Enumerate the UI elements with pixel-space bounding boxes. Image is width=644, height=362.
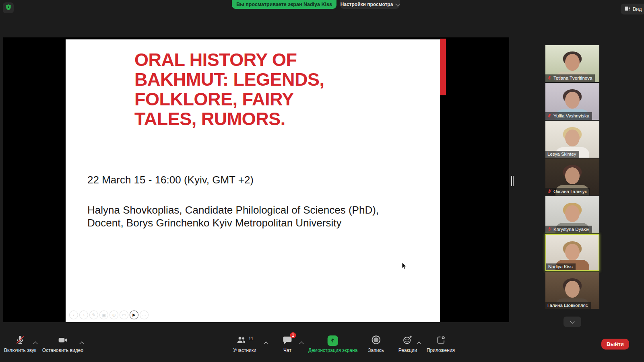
shield-lock-icon xyxy=(5,4,12,12)
reactions-options-chevron[interactable] xyxy=(417,340,421,347)
camera-icon xyxy=(57,335,68,347)
chat-button[interactable]: 1 Чат xyxy=(283,335,293,353)
presentation-slide: ORAL HISTORY OF BAKHMUT: LEGENDS, FOLKLO… xyxy=(66,39,440,322)
zoom-slide-icon[interactable]: ⊕ xyxy=(109,311,118,319)
mic-muted-icon xyxy=(547,189,552,194)
participant-name-label: Lesya Skintey xyxy=(545,151,579,158)
screen-viewing-banner: Вы просматриваете экран Nadiya Kiss xyxy=(232,0,336,9)
pen-tool-icon[interactable]: ✎ xyxy=(89,311,98,319)
participant-name-label: Галина Шовкопляс xyxy=(545,302,591,309)
participant-name: Lesya Skintey xyxy=(547,152,576,156)
smiley-plus-icon xyxy=(402,335,413,347)
view-settings-dropdown[interactable]: Настройки просмотра xyxy=(340,0,400,9)
record-icon xyxy=(371,335,381,347)
layout-grid-icon xyxy=(624,6,630,13)
slide-red-accent-bar xyxy=(440,39,446,95)
participants-panel: Tetiana Tveritinova Yuliia Vyshnytska xyxy=(545,45,599,309)
participants-scroll-down-button[interactable] xyxy=(564,317,581,327)
slide-speaker-text: Halyna Shovkoplias, Candidate Philologic… xyxy=(87,204,379,229)
mic-muted-icon xyxy=(547,75,552,81)
next-slide-icon[interactable]: › xyxy=(79,311,88,319)
participants-count: 11 xyxy=(248,336,253,341)
participant-tile[interactable]: Yuliia Vyshnytska xyxy=(545,83,599,120)
view-layout-button[interactable]: Вид xyxy=(621,4,644,14)
presenter-controls-toolbar: ‹›✎▣⊕▭▶⋯ xyxy=(69,311,149,319)
view-settings-label: Настройки просмотра xyxy=(341,2,393,7)
all-slides-icon[interactable]: ▣ xyxy=(99,311,108,319)
apps-icon xyxy=(436,335,446,347)
shared-screen-area: ORAL HISTORY OF BAKHMUT: LEGENDS, FOLKLO… xyxy=(3,37,509,322)
chevron-down-icon xyxy=(570,319,574,323)
chat-options-chevron[interactable] xyxy=(300,340,303,347)
record-button[interactable]: Запись xyxy=(368,335,384,353)
chevron-down-icon xyxy=(396,2,400,6)
previous-slide-icon[interactable]: ‹ xyxy=(69,311,78,319)
participant-name: Yuliia Vyshnytska xyxy=(553,113,589,118)
slide-title: ORAL HISTORY OF BAKHMUT: LEGENDS, FOLKLO… xyxy=(134,50,352,129)
mic-muted-icon xyxy=(15,335,25,347)
share-screen-icon xyxy=(328,335,338,346)
leave-meeting-button[interactable]: Выйти xyxy=(601,339,629,350)
participant-tile[interactable]: Lesya Skintey xyxy=(545,121,599,158)
mic-muted-icon xyxy=(547,226,552,232)
participant-tile[interactable]: Nadiya Kiss xyxy=(545,234,599,271)
participant-name: Tetiana Tveritinova xyxy=(553,76,592,80)
participant-name-label: Tetiana Tveritinova xyxy=(545,74,595,82)
participant-tile[interactable]: Оксана Гальчук xyxy=(545,158,599,195)
video-options-chevron[interactable] xyxy=(80,340,83,347)
security-button[interactable] xyxy=(3,2,14,13)
viewing-banner-text: Вы просматриваете экран Nadiya Kiss xyxy=(236,2,332,7)
chat-icon: 1 xyxy=(283,335,293,347)
participants-options-chevron[interactable] xyxy=(264,340,268,347)
participant-name-label: Khrystyna Dyakiv xyxy=(545,226,592,233)
participant-name-label: Yuliia Vyshnytska xyxy=(545,112,592,120)
apps-button[interactable]: Приложения xyxy=(427,335,455,353)
participant-name: Khrystyna Dyakiv xyxy=(553,227,589,232)
audio-options-chevron[interactable] xyxy=(34,340,37,347)
reactions-button[interactable]: Реакции xyxy=(398,335,417,353)
stop-video-button[interactable]: Остановить видео xyxy=(42,335,83,353)
participant-name: Оксана Гальчук xyxy=(553,189,587,194)
participants-icon xyxy=(236,335,246,347)
participant-name-label: Оксана Гальчук xyxy=(545,188,590,195)
view-button-label: Вид xyxy=(633,6,642,12)
participant-tile[interactable]: Галина Шовкопляс xyxy=(545,272,599,309)
mouse-cursor xyxy=(402,262,407,272)
captions-icon[interactable]: ▭ xyxy=(120,311,128,319)
chat-unread-badge: 1 xyxy=(290,332,296,338)
participant-name: Nadiya Kiss xyxy=(548,264,573,269)
more-options-icon[interactable]: ⋯ xyxy=(140,311,149,319)
participants-button[interactable]: 11 Участники xyxy=(233,335,256,353)
share-screen-button[interactable]: Демонстрация экрана xyxy=(308,335,358,353)
participant-tile[interactable]: Khrystyna Dyakiv xyxy=(545,196,599,233)
camera-feed-icon[interactable]: ▶ xyxy=(130,311,138,319)
panel-resize-handle[interactable] xyxy=(511,176,514,186)
slide-schedule-text: 22 March 15 - 16:00 (Kyiv, GMT +2) xyxy=(87,174,254,186)
participant-name: Галина Шовкопляс xyxy=(547,303,588,308)
unmute-button[interactable]: Включить звук xyxy=(4,335,36,353)
mic-muted-icon xyxy=(547,113,552,119)
participant-tile[interactable]: Tetiana Tveritinova xyxy=(545,45,599,82)
participant-name-label: Nadiya Kiss xyxy=(546,263,576,270)
